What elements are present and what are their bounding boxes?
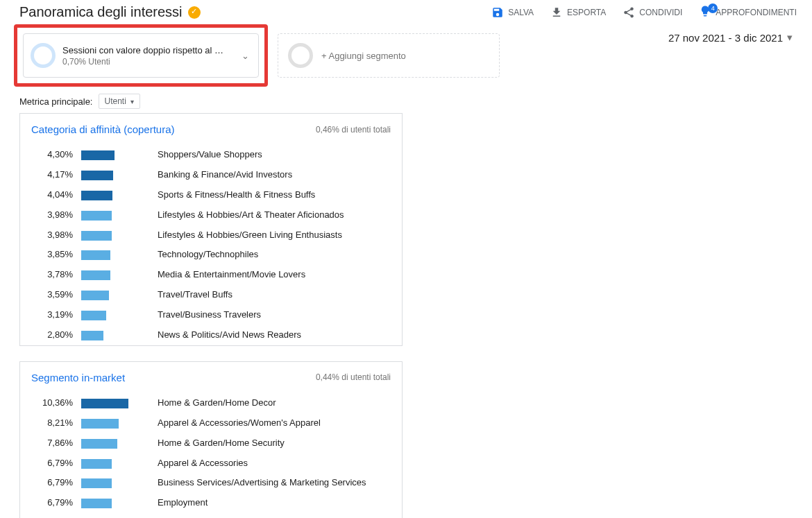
row-percent: 6,79% — [31, 497, 81, 508]
save-button[interactable]: SALVA — [491, 6, 534, 19]
row-bar — [81, 250, 110, 260]
row-label[interactable]: Shoppers/Value Shoppers — [149, 149, 391, 161]
row-percent: 3,78% — [31, 269, 81, 279]
row-bar-cell — [81, 438, 149, 449]
row-bar-cell — [81, 417, 149, 429]
row-bar — [81, 419, 119, 429]
row-bar — [81, 399, 128, 408]
row-label[interactable]: Travel/Travel Buffs — [149, 289, 391, 301]
row-bar-cell — [81, 249, 149, 260]
date-range-picker[interactable]: 27 nov 2021 - 3 dic 2021 ▾ — [668, 31, 793, 44]
row-percent: 2,80% — [31, 329, 81, 340]
row-percent: 4,30% — [31, 149, 81, 159]
row-bar-cell — [81, 169, 149, 180]
segment-title: Sessioni con valore doppio rispetto al … — [62, 45, 239, 55]
page-title: Panoramica degli interessi — [19, 4, 183, 20]
add-segment-label: + Aggiungi segmento — [321, 51, 406, 61]
affinity-subtitle: 0,46% di utenti totali — [316, 125, 391, 135]
row-bar — [81, 459, 112, 469]
row-percent: 6,79% — [31, 477, 81, 487]
row-percent: 4,17% — [31, 169, 81, 180]
chevron-down-icon[interactable]: ⌄ — [239, 51, 251, 61]
row-label[interactable]: Home & Garden/Home Security — [149, 438, 391, 449]
share-label: CONDIVIDI — [639, 8, 682, 17]
save-label: SALVA — [508, 8, 534, 17]
table-row: 3,98%Lifestyles & Hobbies/Green Living E… — [20, 225, 402, 245]
row-bar-cell — [81, 309, 149, 320]
table-row: 3,98%Lifestyles & Hobbies/Art & Theater … — [20, 205, 402, 225]
row-bar — [81, 478, 112, 488]
row-percent: 3,59% — [31, 289, 81, 300]
insights-button[interactable]: 4 APPROFONDIMENTI — [699, 5, 797, 19]
row-label[interactable]: Home & Garden/Home Decor — [149, 397, 391, 409]
row-label[interactable]: Travel/Business Travelers — [149, 309, 391, 321]
row-percent: 3,19% — [31, 309, 81, 320]
inmarket-subtitle: 0,44% di utenti totali — [316, 372, 391, 382]
row-bar-cell — [81, 209, 149, 221]
metric-value: Utenti — [105, 96, 126, 106]
row-bar-cell — [81, 329, 149, 340]
table-row: 3,78%Media & Entertainment/Movie Lovers — [20, 265, 402, 285]
table-row: 4,04%Sports & Fitness/Health & Fitness B… — [20, 185, 402, 205]
row-percent: 8,21% — [31, 417, 81, 428]
row-bar — [81, 150, 115, 160]
export-label: ESPORTA — [567, 8, 606, 17]
export-button[interactable]: ESPORTA — [550, 6, 606, 19]
row-bar — [81, 270, 110, 280]
row-bar-cell — [81, 149, 149, 160]
save-icon — [491, 6, 504, 19]
row-label[interactable]: Lifestyles & Hobbies/Green Living Enthus… — [149, 230, 391, 241]
active-segment-chip[interactable]: Sessioni con valore doppio rispetto al …… — [23, 33, 259, 78]
row-bar-cell — [81, 289, 149, 300]
row-label[interactable]: Lifestyles & Hobbies/Art & Theater Afici… — [149, 209, 391, 221]
row-label[interactable]: Technology/Technophiles — [149, 249, 391, 261]
row-bar-cell — [81, 497, 149, 508]
row-bar — [81, 311, 106, 320]
table-row: 6,79%Employment/Career Consulting Servic… — [20, 513, 402, 518]
empty-donut-icon — [288, 43, 313, 68]
row-label[interactable]: Apparel & Accessories/Women's Apparel — [149, 417, 391, 429]
row-percent: 7,86% — [31, 438, 81, 448]
share-button[interactable]: CONDIVIDI — [623, 6, 682, 19]
row-percent: 3,98% — [31, 209, 81, 220]
row-bar — [81, 191, 112, 200]
row-label[interactable]: Sports & Fitness/Health & Fitness Buffs — [149, 189, 391, 201]
row-bar-cell — [81, 458, 149, 469]
add-segment-button[interactable]: + Aggiungi segmento — [278, 33, 500, 78]
inmarket-title[interactable]: Segmento in-market — [31, 372, 125, 383]
affinity-title[interactable]: Categoria di affinità (copertura) — [31, 123, 175, 135]
row-percent: 3,98% — [31, 230, 81, 240]
row-label[interactable]: Media & Entertainment/Movie Lovers — [149, 269, 391, 281]
table-row: 4,30%Shoppers/Value Shoppers — [20, 145, 402, 165]
row-bar-cell — [81, 397, 149, 408]
table-row: 8,21%Apparel & Accessories/Women's Appar… — [20, 413, 402, 433]
table-row: 7,86%Home & Garden/Home Security — [20, 433, 402, 454]
row-percent: 3,85% — [31, 249, 81, 259]
row-label[interactable]: Business Services/Advertising & Marketin… — [149, 477, 391, 489]
table-row: 3,59%Travel/Travel Buffs — [20, 285, 402, 305]
row-percent: 10,36% — [31, 397, 81, 408]
caret-down-icon: ▾ — [130, 98, 134, 105]
row-label[interactable]: Employment — [149, 497, 391, 509]
affinity-panel: Categoria di affinità (copertura) 0,46% … — [19, 113, 403, 346]
inmarket-panel: Segmento in-market 0,44% di utenti total… — [19, 361, 403, 518]
row-bar — [81, 231, 112, 241]
insights-label: APPROFONDIMENTI — [716, 8, 797, 17]
table-row: 6,79%Business Services/Advertising & Mar… — [20, 473, 402, 493]
row-label[interactable]: Banking & Finance/Avid Investors — [149, 169, 391, 181]
row-label[interactable]: Apparel & Accessories — [149, 458, 391, 469]
share-icon — [623, 6, 635, 19]
table-row: 6,79%Apparel & Accessories — [20, 454, 402, 474]
download-icon — [550, 6, 563, 19]
segment-donut-icon — [31, 43, 56, 68]
row-bar-cell — [81, 230, 149, 241]
table-row: 3,19%Travel/Business Travelers — [20, 305, 402, 325]
metric-dropdown[interactable]: Utenti ▾ — [99, 94, 140, 109]
table-row: 2,80%News & Politics/Avid News Readers — [20, 325, 402, 345]
row-label[interactable]: News & Politics/Avid News Readers — [149, 329, 391, 341]
row-bar — [81, 211, 112, 221]
row-percent: 6,79% — [31, 458, 81, 468]
table-row: 4,17%Banking & Finance/Avid Investors — [20, 165, 402, 185]
table-row: 3,85%Technology/Technophiles — [20, 245, 402, 265]
row-bar — [81, 439, 117, 449]
